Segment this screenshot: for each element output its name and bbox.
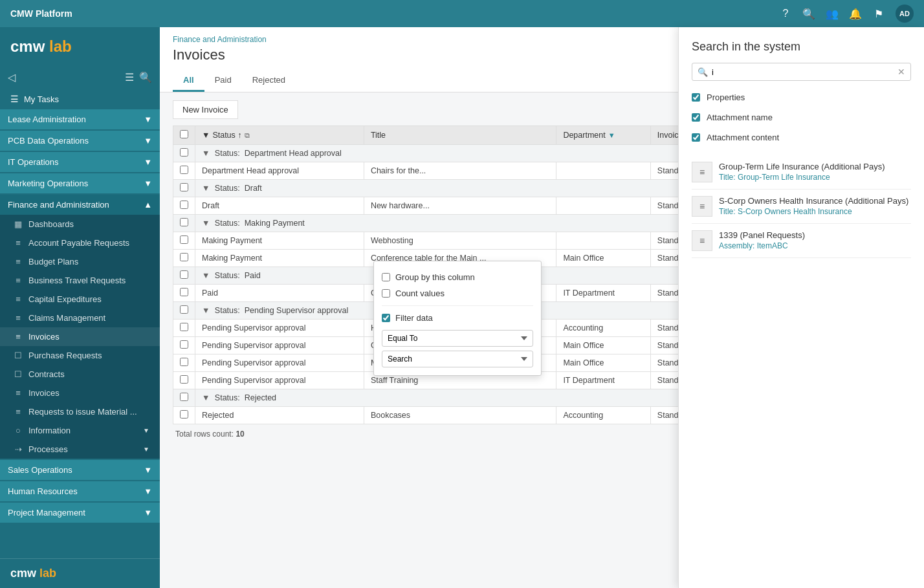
copy-icon[interactable]: ⧉ — [245, 131, 250, 140]
expand-arrow-4[interactable]: ▼ — [202, 271, 210, 280]
attachment-content-checkbox[interactable] — [692, 133, 700, 142]
group-by-option[interactable]: Group by this column — [382, 269, 533, 285]
group-cb-1 — [173, 145, 195, 162]
sidebar-group-header-pcb[interactable]: PCB Data Operations ▼ — [0, 131, 160, 151]
sidebar-group-header-it[interactable]: IT Operations ▼ — [0, 152, 160, 172]
tab-paid[interactable]: Paid — [204, 70, 242, 92]
sidebar-my-tasks[interactable]: ☰ My Tasks — [0, 89, 160, 109]
group-checkbox-6[interactable] — [180, 393, 188, 401]
group-checkbox-1[interactable] — [180, 148, 188, 157]
sidebar-item-dashboards[interactable]: ▦ Dashboards — [0, 215, 160, 234]
users-icon[interactable]: 👥 — [826, 8, 839, 20]
count-values-checkbox[interactable] — [382, 289, 390, 298]
avatar[interactable]: AD — [896, 5, 914, 23]
bell-icon[interactable]: 🔔 — [849, 8, 862, 20]
tab-rejected[interactable]: Rejected — [242, 70, 296, 92]
row-checkbox[interactable] — [180, 358, 188, 366]
row-cb — [173, 354, 195, 372]
sidebar-group-header-marketing[interactable]: Marketing Operations ▼ — [0, 173, 160, 193]
sidebar-group-header-pm[interactable]: Project Management ▼ — [0, 503, 160, 523]
sidebar-bottom-logo: cmw lab — [0, 558, 160, 588]
sidebar-item-material-requests[interactable]: ≡ Requests to issue Material ... — [0, 402, 160, 421]
search-result-1[interactable]: ≡ Group-Term Life Insurance (Additional … — [692, 155, 911, 190]
select-all-checkbox[interactable] — [180, 130, 188, 138]
chevron-down-icon-marketing: ▼ — [144, 179, 152, 188]
menu-icon[interactable]: ☰ — [125, 71, 134, 83]
filter-value-select[interactable]: Search — [382, 351, 533, 367]
group-by-checkbox[interactable] — [382, 273, 390, 281]
search-result-2[interactable]: ≡ S-Corp Owners Health Insurance (Additi… — [692, 190, 911, 224]
sidebar-group-sales: Sales Operations ▼ — [0, 460, 160, 480]
account-payable-icon: ≡ — [13, 238, 23, 248]
sidebar-item-account-payable[interactable]: ≡ Account Payable Requests — [0, 234, 160, 252]
sidebar-group-pm: Project Management ▼ — [0, 503, 160, 523]
sidebar-search-icon[interactable]: 🔍 — [139, 71, 152, 83]
sidebar-item-budget-plans[interactable]: ≡ Budget Plans — [0, 252, 160, 271]
flag-icon[interactable]: ⚑ — [872, 8, 885, 20]
tab-all[interactable]: All — [173, 70, 204, 92]
attachment-name-checkbox[interactable] — [692, 113, 700, 122]
sidebar-item-information[interactable]: ○ Information ▼ — [0, 421, 160, 440]
dashboards-icon: ▦ — [13, 219, 23, 229]
expand-arrow-6[interactable]: ▼ — [202, 393, 210, 402]
group-checkbox-5[interactable] — [180, 305, 188, 314]
dept-filter-icon[interactable]: ▼ — [608, 131, 615, 139]
sidebar-item-processes[interactable]: ⇢ Processes ▼ — [0, 440, 160, 459]
sidebar-item-invoices[interactable]: ≡ Invoices — [0, 327, 160, 346]
account-payable-label: Account Payable Requests — [28, 238, 129, 248]
collapse-icon[interactable]: ◁ — [8, 71, 16, 83]
expand-arrow-1[interactable]: ▼ — [202, 149, 210, 158]
row-checkbox[interactable] — [180, 235, 188, 244]
help-icon[interactable]: ? — [779, 8, 792, 19]
search-option-properties: Properties — [692, 90, 911, 105]
count-values-label: Count values — [395, 289, 445, 298]
result-3-text: 1339 (Panel Requests) Assembly: ItemABC — [719, 230, 805, 251]
filter-data-checkbox[interactable] — [382, 314, 390, 322]
sidebar-group-header-hr[interactable]: Human Resources ▼ — [0, 481, 160, 501]
sidebar-group-header-lease[interactable]: Lease Administration ▼ — [0, 109, 160, 129]
expand-arrow-3[interactable]: ▼ — [202, 219, 210, 228]
finance-items: ▦ Dashboards ≡ Account Payable Requests … — [0, 215, 160, 459]
row-checkbox[interactable] — [180, 375, 188, 384]
sidebar-item-business-travel[interactable]: ≡ Business Travel Requests — [0, 271, 160, 290]
search-panel-title: Search in the system — [692, 40, 911, 54]
search-input-wrap: 🔍 ✕ — [692, 63, 911, 81]
group-checkbox-4[interactable] — [180, 270, 188, 279]
sidebar-group-header-sales[interactable]: Sales Operations ▼ — [0, 460, 160, 480]
search-input[interactable] — [712, 67, 894, 77]
sidebar-group-header-finance[interactable]: Finance and Administration ▲ — [0, 195, 160, 215]
filter-operator-select[interactable]: Equal To — [382, 330, 533, 347]
row-checkbox[interactable] — [180, 201, 188, 209]
business-travel-label: Business Travel Requests — [28, 276, 126, 285]
group-checkbox-3[interactable] — [180, 218, 188, 226]
sidebar-item-capital[interactable]: ≡ Capital Expeditures — [0, 290, 160, 309]
count-values-option[interactable]: Count values — [382, 285, 533, 301]
sidebar-item-invoices2[interactable]: ≡ Invoices — [0, 384, 160, 402]
properties-checkbox[interactable] — [692, 93, 700, 102]
group-label-hr: Human Resources — [8, 486, 78, 496]
new-invoice-button[interactable]: New Invoice — [173, 100, 238, 119]
row-checkbox[interactable] — [180, 166, 188, 174]
sidebar-item-contracts[interactable]: ☐ Contracts — [0, 365, 160, 384]
row-checkbox[interactable] — [180, 288, 188, 296]
search-icon[interactable]: 🔍 — [802, 8, 815, 20]
group-checkbox-2[interactable] — [180, 183, 188, 191]
search-clear-icon[interactable]: ✕ — [897, 67, 905, 77]
search-result-3[interactable]: ≡ 1339 (Panel Requests) Assembly: ItemAB… — [692, 224, 911, 258]
title-col-label: Title — [371, 131, 386, 140]
group-cb-4 — [173, 267, 195, 285]
row-status: Rejected — [195, 407, 364, 424]
group-cb-5 — [173, 302, 195, 320]
expand-arrow-2[interactable]: ▼ — [202, 184, 210, 193]
expand-arrow-5[interactable]: ▼ — [202, 306, 210, 315]
chevron-down-icon-pcb: ▼ — [144, 136, 152, 146]
sidebar-item-claims[interactable]: ≡ Claims Management — [0, 309, 160, 327]
group-cb-3 — [173, 215, 195, 232]
row-checkbox[interactable] — [180, 323, 188, 331]
row-cb — [173, 162, 195, 180]
row-checkbox[interactable] — [180, 410, 188, 419]
sidebar-item-purchase-requests[interactable]: ☐ Purchase Requests — [0, 346, 160, 365]
row-checkbox[interactable] — [180, 253, 188, 261]
result-2-icon: ≡ — [692, 196, 712, 217]
row-checkbox[interactable] — [180, 340, 188, 349]
